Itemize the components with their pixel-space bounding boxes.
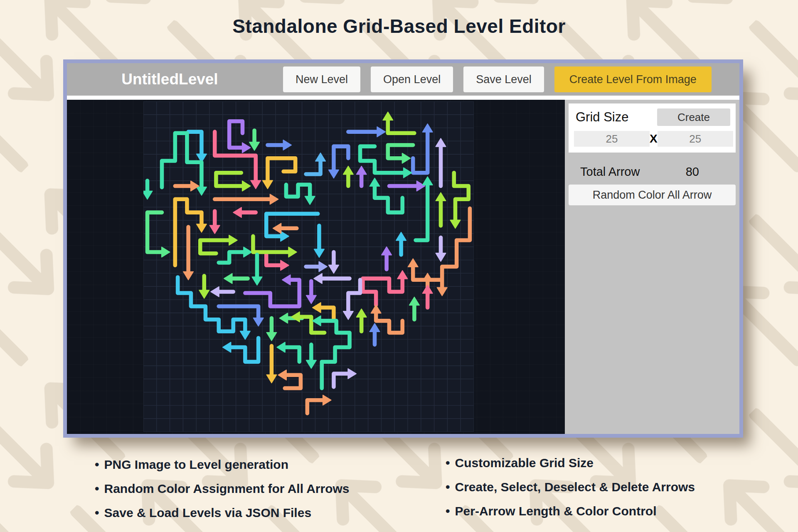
grid-size-card: Grid Size Create X — [569, 103, 736, 153]
grid-height-input[interactable] — [658, 131, 733, 147]
side-panel: Grid Size Create X Total Arrow 80 Random… — [565, 100, 739, 434]
editor-window: UntitledLevel New Level Open Level Save … — [63, 59, 743, 438]
feature-item: Create, Select, Deselect & Delete Arrows — [446, 478, 695, 502]
feature-item: PNG Image to Level generation — [95, 456, 350, 480]
open-level-button[interactable]: Open Level — [371, 66, 453, 92]
grid-size-label: Grid Size — [574, 110, 628, 125]
total-arrow-row: Total Arrow 80 — [569, 165, 736, 179]
total-arrow-value: 80 — [686, 165, 699, 179]
feature-item: Customizable Grid Size — [446, 454, 695, 478]
toolbar-divider — [67, 96, 739, 100]
level-canvas[interactable] — [67, 100, 565, 434]
window-content: Grid Size Create X Total Arrow 80 Random… — [67, 100, 739, 434]
new-level-button[interactable]: New Level — [283, 66, 360, 92]
create-level-from-image-button[interactable]: Create Level From Image — [554, 66, 712, 92]
feature-item: Save & Load Levels via JSON Files — [95, 504, 350, 528]
page-title: Standalone Grid-Based Level Editor — [0, 15, 798, 37]
feature-item: Random Color Assignment for All Arrows — [95, 480, 350, 504]
page: Standalone Grid-Based Level Editor Untit… — [0, 0, 798, 532]
grid-area[interactable] — [143, 101, 474, 432]
toolbar: UntitledLevel New Level Open Level Save … — [67, 63, 739, 96]
feature-item: Per-Arrow Length & Color Control — [446, 502, 695, 526]
level-name-label: UntitledLevel — [67, 71, 273, 88]
grid-width-input[interactable] — [574, 131, 650, 147]
save-level-button[interactable]: Save Level — [463, 66, 544, 92]
random-color-all-arrow-button[interactable]: Random Color All Arrow — [569, 185, 736, 205]
feature-list-left: PNG Image to Level generation Random Col… — [95, 456, 350, 528]
feature-list-right: Customizable Grid Size Create, Select, D… — [446, 454, 695, 526]
arrow-layer — [143, 101, 474, 432]
create-grid-button[interactable]: Create — [657, 108, 730, 126]
grid-size-x-separator: X — [650, 132, 658, 145]
total-arrow-label: Total Arrow — [580, 165, 640, 179]
